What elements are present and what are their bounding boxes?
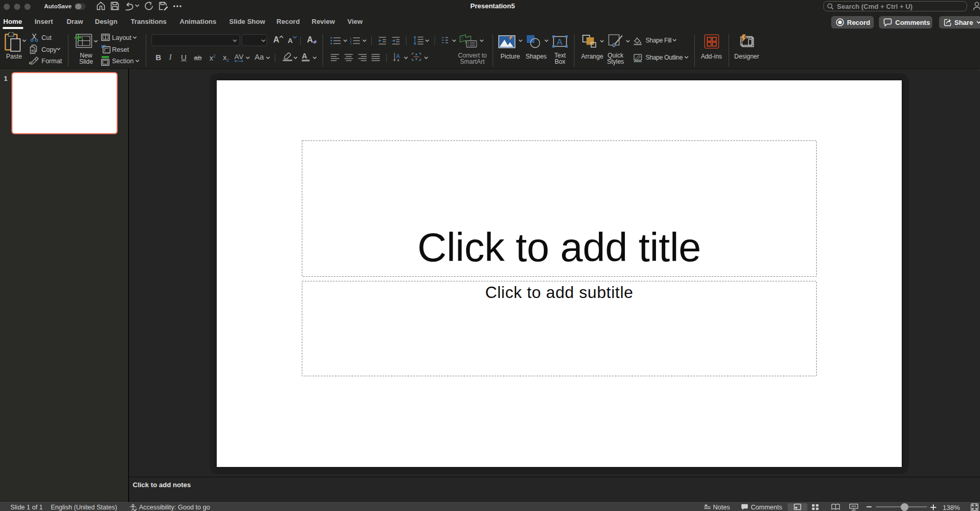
svg-text:A: A	[557, 37, 563, 47]
svg-text:3: 3	[350, 42, 352, 45]
svg-text:A: A	[396, 53, 400, 59]
